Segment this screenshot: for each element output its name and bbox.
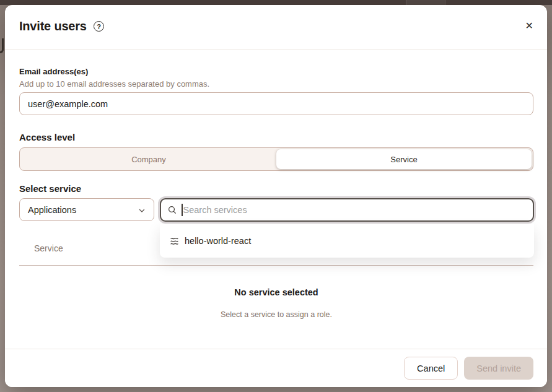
search-results-dropdown: hello-world-react <box>160 224 534 258</box>
search-icon <box>167 205 177 215</box>
close-icon[interactable]: ✕ <box>525 21 533 31</box>
email-label: Email address(es) <box>19 67 88 76</box>
dialog-header: Invite users ? ✕ <box>5 5 547 50</box>
segment-service[interactable]: Service <box>276 149 532 169</box>
email-helper-text: Add up to 10 email addresses separated b… <box>19 79 209 89</box>
empty-state-title: No service selected <box>19 287 533 297</box>
chevron-down-icon <box>138 206 146 216</box>
invite-users-dialog: Invite users ? ✕ Email address(es) Add u… <box>5 5 547 387</box>
search-services-input[interactable] <box>183 205 527 215</box>
background-page-topbar <box>0 0 552 5</box>
access-level-label: Access level <box>19 132 75 142</box>
table-header-divider <box>19 265 533 266</box>
screen: Invite users ? ✕ Email address(es) Add u… <box>0 0 552 392</box>
dialog-footer: Cancel Send invite <box>5 349 547 387</box>
stack-icon <box>170 236 179 246</box>
service-column-header: Service <box>34 243 63 253</box>
send-invite-button[interactable]: Send invite <box>464 357 533 380</box>
service-category-select[interactable]: Applications <box>19 198 154 221</box>
help-icon[interactable]: ? <box>94 21 104 32</box>
email-field[interactable] <box>19 92 533 115</box>
topbar-separator <box>445 0 445 5</box>
access-level-segmented-control: Company Service <box>19 147 533 171</box>
segment-company[interactable]: Company <box>21 149 276 169</box>
search-services-box <box>160 198 534 222</box>
service-result-item[interactable]: hello-world-react <box>160 227 534 255</box>
cancel-button[interactable]: Cancel <box>404 357 458 380</box>
select-service-label: Select service <box>19 183 81 194</box>
service-category-value: Applications <box>28 205 76 215</box>
empty-state-subtitle: Select a service to assign a role. <box>19 310 533 319</box>
service-result-label: hello-world-react <box>185 236 251 246</box>
background-page-text-remnant <box>0 38 4 53</box>
dialog-title: Invite users <box>19 19 87 33</box>
background-topbar-button-remnant <box>406 0 445 5</box>
topbar-separator <box>406 0 406 5</box>
